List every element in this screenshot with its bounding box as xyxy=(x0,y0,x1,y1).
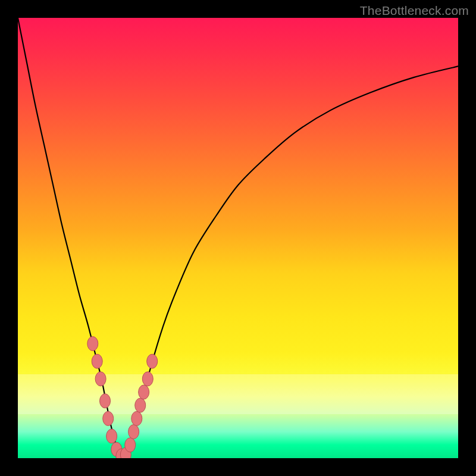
data-marker xyxy=(139,385,149,399)
data-marker xyxy=(129,425,139,439)
chart-svg xyxy=(18,18,458,458)
data-marker xyxy=(100,394,111,408)
data-marker xyxy=(135,398,146,412)
watermark-text: TheBottleneck.com xyxy=(360,4,469,18)
plot-area xyxy=(18,18,458,458)
data-marker xyxy=(147,354,158,368)
data-marker xyxy=(107,429,117,443)
data-marker xyxy=(142,372,153,386)
data-markers xyxy=(87,337,158,458)
data-marker xyxy=(103,411,114,425)
chart-frame: TheBottleneck.com xyxy=(0,0,476,476)
data-marker xyxy=(92,354,102,368)
bottleneck-curve xyxy=(18,18,458,458)
data-marker xyxy=(131,411,142,425)
data-marker xyxy=(87,337,98,351)
data-marker xyxy=(125,438,136,452)
data-marker xyxy=(95,372,106,386)
